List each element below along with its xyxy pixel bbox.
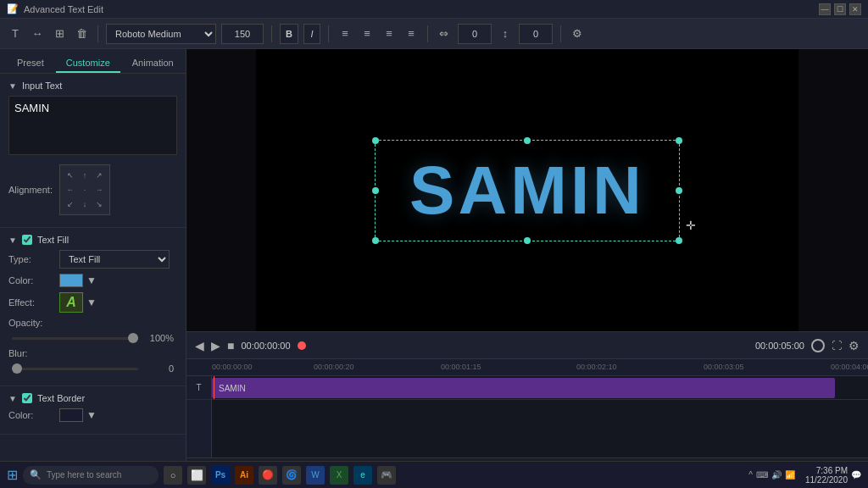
- align-top-right[interactable]: ↗: [92, 169, 106, 182]
- minimize-button[interactable]: —: [819, 3, 831, 15]
- align-justify-icon[interactable]: ≡: [403, 25, 420, 42]
- handle-mid-left[interactable]: [372, 187, 379, 194]
- text-fill-header[interactable]: ▼ Text Fill: [8, 235, 177, 245]
- search-bar[interactable]: 🔍 Type here to search: [23, 466, 159, 485]
- align-bot-center[interactable]: ↓: [78, 197, 92, 211]
- taskbar-icon-ai[interactable]: Ai: [235, 466, 253, 485]
- text-fill-checkbox[interactable]: [22, 235, 32, 245]
- text-border-header[interactable]: ▼ Text Border: [8, 393, 177, 403]
- resize-tool-icon[interactable]: ↔: [29, 25, 46, 42]
- kerning-input[interactable]: [458, 24, 492, 44]
- systray-speaker[interactable]: 🔊: [771, 470, 782, 480]
- taskbar-icon-cortana[interactable]: ○: [164, 466, 182, 485]
- effect-button[interactable]: A: [59, 292, 83, 313]
- text-fill-checkbox-label[interactable]: Text Fill: [22, 235, 69, 245]
- fullscreen-icon[interactable]: ⛶: [832, 340, 842, 352]
- color-swatch[interactable]: [59, 274, 83, 287]
- handle-top-left[interactable]: [372, 137, 379, 144]
- current-time: 00:00:00:00: [241, 341, 290, 351]
- close-button[interactable]: ✕: [849, 3, 861, 15]
- record-indicator: [298, 341, 306, 350]
- align-bot-right[interactable]: ↘: [92, 197, 106, 211]
- align-bot-left[interactable]: ↙: [64, 197, 77, 211]
- systray-chevron[interactable]: ^: [748, 470, 753, 480]
- grid-tool-icon[interactable]: ⊞: [51, 25, 68, 42]
- toolbar: T ↔ ⊞ 🗑 Roboto Medium B I ≡ ≡ ≡ ≡ ⇔ ↕ ⚙: [0, 19, 868, 49]
- italic-button[interactable]: I: [303, 24, 320, 44]
- type-select[interactable]: Text Fill: [59, 250, 170, 269]
- play-button[interactable]: ▶: [211, 339, 220, 352]
- delete-tool-icon[interactable]: 🗑: [73, 25, 90, 42]
- taskbar-icon-app5[interactable]: 🎮: [377, 466, 396, 485]
- taskbar-icon-excel[interactable]: X: [330, 466, 348, 485]
- align-mid-right[interactable]: →: [92, 183, 106, 197]
- handle-bot-left[interactable]: [372, 237, 379, 244]
- alignment-grid[interactable]: ↖ ↑ ↗ ← · → ↙ ↓ ↘: [59, 164, 110, 215]
- align-center-icon[interactable]: ≡: [359, 25, 376, 42]
- opacity-slider[interactable]: [12, 337, 138, 340]
- text-border-arrow: ▼: [8, 394, 17, 403]
- bold-button[interactable]: B: [280, 24, 298, 44]
- search-placeholder[interactable]: Type here to search: [47, 470, 121, 480]
- track-clip-0[interactable]: SAMIN: [212, 378, 835, 398]
- timeline-settings-icon[interactable]: ⚙: [849, 339, 860, 352]
- tab-animation[interactable]: Animation: [122, 54, 184, 73]
- taskbar-icon-word[interactable]: W: [306, 466, 325, 485]
- handle-bot-right[interactable]: [676, 237, 682, 244]
- align-top-center[interactable]: ↑: [78, 169, 92, 182]
- blur-slider[interactable]: [12, 368, 138, 370]
- handle-mid-right[interactable]: [676, 187, 682, 194]
- align-mid-center[interactable]: ·: [78, 183, 92, 197]
- taskbar-icon-app3[interactable]: 🔴: [259, 466, 277, 485]
- text-border-checkbox-label[interactable]: Text Border: [22, 393, 85, 403]
- input-text-area[interactable]: SAMIN: [8, 96, 177, 155]
- taskbar-icon-photoshop[interactable]: Ps: [211, 466, 230, 485]
- type-label: Type:: [8, 254, 59, 264]
- input-text-header[interactable]: ▼ Input Text: [8, 80, 177, 91]
- taskbar-icon-taskview[interactable]: ⬜: [187, 466, 206, 485]
- color-label: Color:: [8, 275, 59, 286]
- rewind-button[interactable]: ◀: [195, 339, 204, 352]
- ruler-mark-1: 00:00:00:20: [314, 363, 354, 371]
- ruler-mark-2: 00:00:01:15: [441, 363, 481, 371]
- title-bar-title: Advanced Text Edit: [24, 4, 103, 14]
- border-color-dropdown-arrow[interactable]: ▼: [86, 409, 97, 421]
- loop-button[interactable]: [811, 339, 825, 352]
- systray-network[interactable]: 📶: [785, 470, 795, 480]
- taskbar-icon-edge[interactable]: e: [353, 466, 372, 485]
- align-mid-left[interactable]: ←: [64, 183, 77, 197]
- tab-preset[interactable]: Preset: [7, 54, 54, 73]
- timeline-ruler: 00:00:00:00 00:00:00:20 00:00:01:15 00:0…: [186, 359, 868, 376]
- color-dropdown-arrow[interactable]: ▼: [86, 274, 97, 286]
- border-color-swatch[interactable]: [59, 408, 83, 422]
- font-select[interactable]: Roboto Medium: [106, 24, 216, 44]
- input-text-label: Input Text: [22, 80, 63, 91]
- text-tool-icon[interactable]: T: [7, 25, 24, 42]
- text-fill-arrow: ▼: [8, 236, 17, 245]
- stop-button[interactable]: ■: [227, 339, 234, 352]
- tab-customize[interactable]: Customize: [56, 54, 120, 73]
- handle-top-right[interactable]: [676, 137, 682, 144]
- title-bar-controls[interactable]: — ☐ ✕: [819, 3, 861, 15]
- effect-dropdown-arrow[interactable]: ▼: [86, 297, 97, 308]
- settings-icon[interactable]: ⚙: [569, 25, 586, 42]
- start-icon[interactable]: ⊞: [7, 467, 18, 483]
- time-display: 7:36 PM: [805, 466, 848, 475]
- handle-bot-center[interactable]: [524, 237, 531, 244]
- font-size-input[interactable]: [221, 24, 264, 44]
- left-panel: Preset Customize Animation ▼ Input Text …: [0, 49, 186, 488]
- text-border-section: ▼ Text Border Color: ▼: [0, 386, 186, 435]
- date-display: 11/22/2020: [805, 475, 848, 485]
- align-top-left[interactable]: ↖: [64, 169, 77, 182]
- text-border-checkbox[interactable]: [22, 393, 32, 403]
- leading-input[interactable]: [519, 24, 553, 44]
- leading-icon: ↕: [497, 25, 514, 42]
- handle-top-center[interactable]: [524, 137, 531, 144]
- align-left-icon[interactable]: ≡: [337, 25, 353, 42]
- blur-row: Blur:: [8, 348, 177, 358]
- align-right-icon[interactable]: ≡: [381, 25, 398, 42]
- title-bar-left: 📝 Advanced Text Edit: [7, 3, 103, 14]
- notification-icon[interactable]: 💬: [851, 470, 861, 480]
- maximize-button[interactable]: ☐: [834, 3, 846, 15]
- taskbar-icon-app4[interactable]: 🌀: [282, 466, 301, 485]
